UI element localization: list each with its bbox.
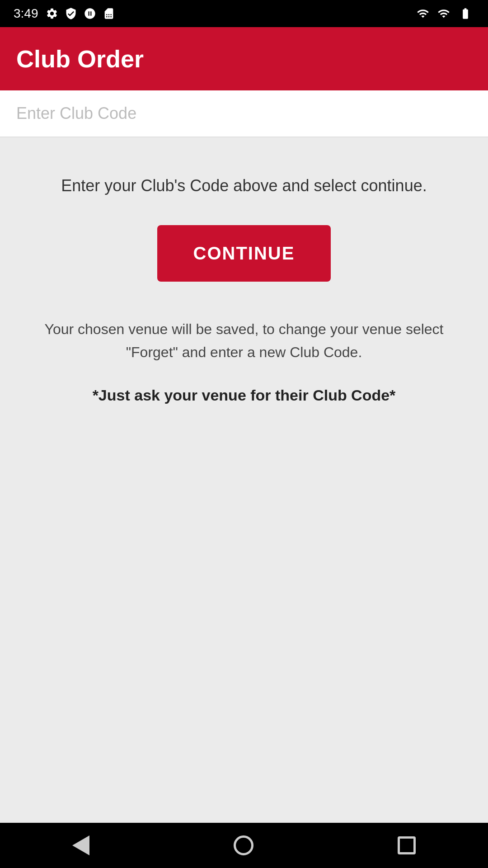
battery-icon (456, 7, 474, 20)
bottom-nav (0, 823, 488, 868)
settings-icon (46, 7, 58, 20)
instruction-text: Enter your Club's Code above and select … (61, 174, 427, 198)
signal-icon (437, 7, 450, 20)
status-bar: 3:49 (0, 0, 488, 27)
club-code-input-area[interactable] (0, 90, 488, 137)
app-header: Club Order (0, 27, 488, 90)
back-icon[interactable] (72, 835, 89, 855)
status-time: 3:49 (14, 6, 38, 21)
main-content: Enter your Club's Code above and select … (0, 137, 488, 823)
club-code-hint: *Just ask your venue for their Club Code… (93, 387, 396, 404)
recents-icon[interactable] (398, 836, 416, 854)
sim-icon (103, 7, 115, 20)
status-bar-left: 3:49 (14, 6, 115, 21)
status-icons (46, 7, 115, 20)
status-bar-right (415, 7, 474, 20)
club-code-input[interactable] (16, 104, 472, 123)
radar-icon (84, 7, 96, 20)
app-title: Club Order (16, 45, 144, 73)
play-protect-icon (65, 7, 77, 20)
venue-info-text: Your chosen venue will be saved, to chan… (27, 318, 461, 364)
home-icon[interactable] (234, 835, 253, 855)
wifi-icon (415, 7, 431, 20)
continue-button[interactable]: CONTINUE (157, 225, 331, 282)
